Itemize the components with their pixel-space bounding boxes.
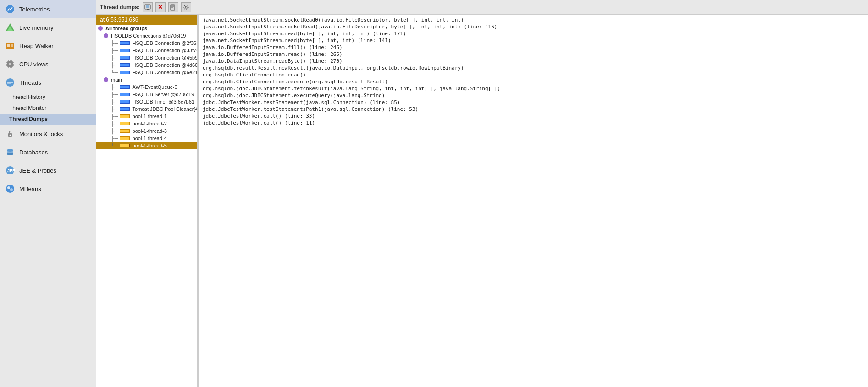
sidebar-item-telemetries[interactable]: Telemetries xyxy=(0,0,96,18)
thread-history-label: Thread History xyxy=(9,94,45,100)
sidebar-item-jee-probes-label: JEE & Probes xyxy=(19,167,56,174)
root-group-icon xyxy=(98,26,103,31)
stack-line: org.hsqldb.ClientConnection.read() xyxy=(203,71,864,78)
thread-yellow-icon xyxy=(120,144,130,147)
tree-thread-hsqldb-server[interactable]: ├─ HSQLDB Server @d706f19 xyxy=(96,91,197,98)
group-icon xyxy=(104,33,108,38)
svg-point-31 xyxy=(7,186,10,189)
tree-thread-pool5[interactable]: └─ pool-1-thread-5 xyxy=(96,142,197,149)
stack-line: jdbc.JdbcTestWorker.testStatementsPath1(… xyxy=(203,106,864,113)
sidebar-item-mbeans[interactable]: MBeans xyxy=(0,180,96,198)
thread-dumps-label: Thread Dumps xyxy=(9,116,48,122)
settings-button[interactable] xyxy=(181,2,191,12)
thread-label: HSQLDB Connection @33f76360 xyxy=(133,48,197,53)
heap-icon xyxy=(5,40,16,51)
memory-icon xyxy=(5,22,16,33)
group-label: HSQLDB Connections @d706f19 xyxy=(111,33,186,38)
stack-line: jdbc.JdbcTestWorker.call() (line: 33) xyxy=(203,113,864,120)
svg-rect-22 xyxy=(7,82,13,83)
stack-line: java.io.BufferedInputStream.fill() (line… xyxy=(203,44,864,51)
delete-icon: ✕ xyxy=(158,4,163,11)
left-panel: at 6:53.951.636 All thread groups HSQLDB… xyxy=(96,15,197,387)
dump-entry[interactable]: at 6:53.951.636 xyxy=(96,15,197,25)
toolbar: Thread dumps: ✕ xyxy=(96,0,868,15)
thread-label: HSQLDB Connection @4d662dd2 xyxy=(133,62,197,68)
svg-point-27 xyxy=(7,153,13,155)
stack-line: java.net.SocketInputStream.read(byte[ ],… xyxy=(203,37,864,44)
tree-thread-pool2[interactable]: ├─ pool-1-thread-2 xyxy=(96,120,197,127)
thread-label: pool-1-thread-2 xyxy=(133,121,167,126)
tree-thread-conn1[interactable]: ├─ HSQLDB Connection @2f36b8f2 xyxy=(96,39,197,47)
tree-thread-pool4[interactable]: ├─ pool-1-thread-4 xyxy=(96,135,197,142)
tree-root-label: All thread groups xyxy=(105,26,147,31)
tree-thread-awt[interactable]: ├─ AWT-EventQueue-0 xyxy=(96,83,197,91)
export-button[interactable] xyxy=(168,2,178,12)
tree-thread-pool1[interactable]: ├─ pool-1-thread-1 xyxy=(96,113,197,120)
sidebar-item-jee-probes[interactable]: JEE JEE & Probes xyxy=(0,161,96,180)
thread-label: pool-1-thread-5 xyxy=(133,143,167,148)
sidebar-item-threads-label: Threads xyxy=(19,79,41,86)
tree-thread-tomcat-cleaner[interactable]: ├─ Tomcat JDBC Pool Cleaner[460332449:16… xyxy=(96,105,197,113)
thread-icon xyxy=(120,100,130,104)
split-pane: at 6:53.951.636 All thread groups HSQLDB… xyxy=(96,15,868,387)
svg-rect-36 xyxy=(171,5,175,10)
svg-rect-3 xyxy=(6,43,14,49)
thread-yellow-icon xyxy=(120,136,130,140)
thread-yellow-icon xyxy=(120,122,130,125)
tree-thread-pool3[interactable]: ├─ pool-1-thread-3 xyxy=(96,127,197,135)
thread-icon xyxy=(120,85,130,89)
stack-line: java.io.DataInputStream.readByte() (line… xyxy=(203,58,864,65)
sidebar-item-mbeans-label: MBeans xyxy=(19,185,41,192)
thread-icon xyxy=(120,49,130,52)
sidebar-item-thread-monitor[interactable]: Thread Monitor xyxy=(0,103,96,114)
thread-label: pool-1-thread-1 xyxy=(133,114,167,119)
thread-label: pool-1-thread-4 xyxy=(133,136,167,141)
thread-icon xyxy=(120,93,130,96)
sidebar: Telemetries Live memory Heap Walker CPU … xyxy=(0,0,96,387)
svg-point-25 xyxy=(10,135,11,136)
tree-group-main[interactable]: main xyxy=(96,76,197,83)
db-icon xyxy=(5,147,16,158)
tree-thread-hsqldb-timer[interactable]: ├─ HSQLDB Timer @3f6c7b61 xyxy=(96,98,197,105)
svg-rect-7 xyxy=(9,63,11,65)
thread-icon xyxy=(120,63,130,67)
sidebar-item-monitors-locks[interactable]: Monitors & locks xyxy=(0,125,96,143)
thread-icon xyxy=(120,41,130,45)
sidebar-item-cpu-views[interactable]: CPU views xyxy=(0,55,96,73)
sidebar-item-threads[interactable]: Threads xyxy=(0,73,96,92)
take-dump-button[interactable] xyxy=(143,2,153,12)
stack-trace-panel[interactable]: java.net.SocketInputStream.socketRead0(j… xyxy=(199,15,868,387)
main-content: Thread dumps: ✕ at 6:53.951.636 All thre… xyxy=(96,0,868,387)
thread-label: HSQLDB Connection @6e218264 xyxy=(133,70,197,75)
svg-text:JEE: JEE xyxy=(7,169,15,173)
tree-thread-conn5[interactable]: └─ HSQLDB Connection @6e218264 xyxy=(96,69,197,76)
stack-line: java.io.BufferedInputStream.read() (line… xyxy=(203,51,864,58)
tree-thread-conn3[interactable]: ├─ HSQLDB Connection @45b98754 xyxy=(96,54,197,61)
thread-label: HSQLDB Connection @2f36b8f2 xyxy=(133,40,197,46)
sidebar-item-heap-walker-label: Heap Walker xyxy=(19,43,54,49)
telemetry-icon xyxy=(5,4,16,15)
sidebar-item-thread-dumps[interactable]: Thread Dumps xyxy=(0,114,96,125)
thread-label: Tomcat JDBC Pool Cleaner[460332449:16117… xyxy=(133,106,197,112)
tree-root[interactable]: All thread groups xyxy=(96,25,197,32)
sidebar-item-heap-walker[interactable]: Heap Walker xyxy=(0,37,96,55)
tree-thread-conn4[interactable]: ├─ HSQLDB Connection @4d662dd2 xyxy=(96,61,197,69)
stack-trace-content: java.net.SocketInputStream.socketRead0(j… xyxy=(203,16,864,126)
sidebar-item-live-memory[interactable]: Live memory xyxy=(0,18,96,37)
stack-line: java.net.SocketInputStream.socketRead(ja… xyxy=(203,23,864,30)
stack-line: org.hsqldb.result.Result.newResult(java.… xyxy=(203,65,864,71)
thread-icon xyxy=(120,71,130,74)
delete-dump-button[interactable]: ✕ xyxy=(155,2,166,12)
sidebar-item-live-memory-label: Live memory xyxy=(19,24,53,31)
sidebar-item-databases-label: Databases xyxy=(19,149,48,156)
thread-yellow-icon xyxy=(120,114,130,118)
sidebar-item-monitors-locks-label: Monitors & locks xyxy=(19,131,63,137)
sidebar-item-thread-history[interactable]: Thread History xyxy=(0,92,96,103)
tree-group-hsqldb-connections[interactable]: HSQLDB Connections @d706f19 xyxy=(96,32,197,39)
stack-line: jdbc.JdbcTestWorker.call() (line: 11) xyxy=(203,120,864,126)
svg-rect-21 xyxy=(7,82,13,82)
thread-tree: All thread groups HSQLDB Connections @d7… xyxy=(96,25,197,149)
sidebar-item-databases[interactable]: Databases xyxy=(0,143,96,161)
tree-thread-conn2[interactable]: ├─ HSQLDB Connection @33f76360 xyxy=(96,47,197,54)
stack-line: org.hsqldb.ClientConnection.execute(org.… xyxy=(203,78,864,85)
